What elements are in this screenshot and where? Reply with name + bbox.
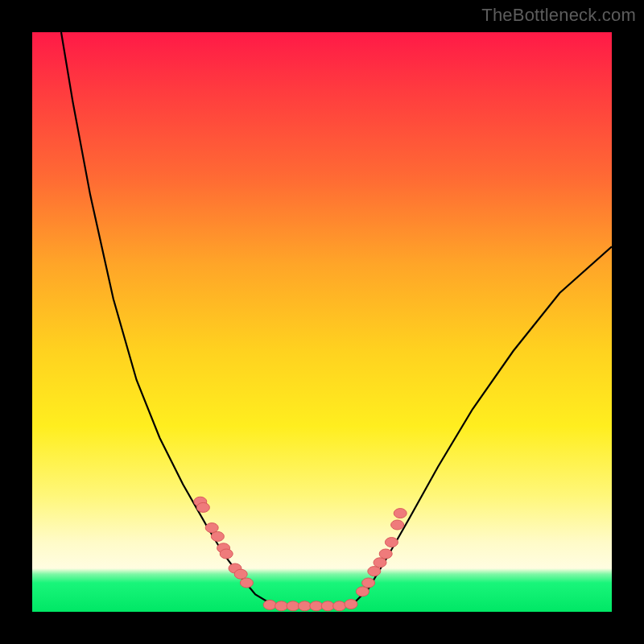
data-dot bbox=[275, 601, 288, 611]
data-dot bbox=[368, 567, 381, 576]
data-dot bbox=[205, 523, 218, 533]
data-dot bbox=[385, 538, 398, 547]
data-dot bbox=[298, 601, 311, 611]
data-dot bbox=[321, 601, 334, 611]
plot-area bbox=[32, 32, 612, 612]
data-dot bbox=[263, 600, 276, 609]
data-dot bbox=[333, 601, 346, 611]
data-dot bbox=[356, 587, 369, 597]
data-dots bbox=[194, 497, 407, 611]
data-dot bbox=[345, 600, 357, 609]
data-dot bbox=[391, 520, 404, 530]
data-dot bbox=[362, 578, 375, 588]
data-dot bbox=[211, 531, 224, 541]
data-dot bbox=[394, 509, 407, 518]
chart-root: TheBottleneck.com bbox=[0, 0, 644, 644]
data-dot bbox=[234, 569, 247, 579]
data-dot bbox=[220, 549, 233, 559]
data-dot bbox=[379, 549, 392, 559]
data-dot bbox=[240, 578, 253, 588]
bottleneck-curve bbox=[61, 32, 612, 606]
data-dot bbox=[287, 601, 299, 611]
watermark-text: TheBottleneck.com bbox=[481, 5, 636, 26]
curve-layer bbox=[32, 32, 612, 612]
data-dot bbox=[310, 601, 323, 611]
data-dot bbox=[374, 558, 386, 568]
data-dot bbox=[196, 502, 209, 512]
